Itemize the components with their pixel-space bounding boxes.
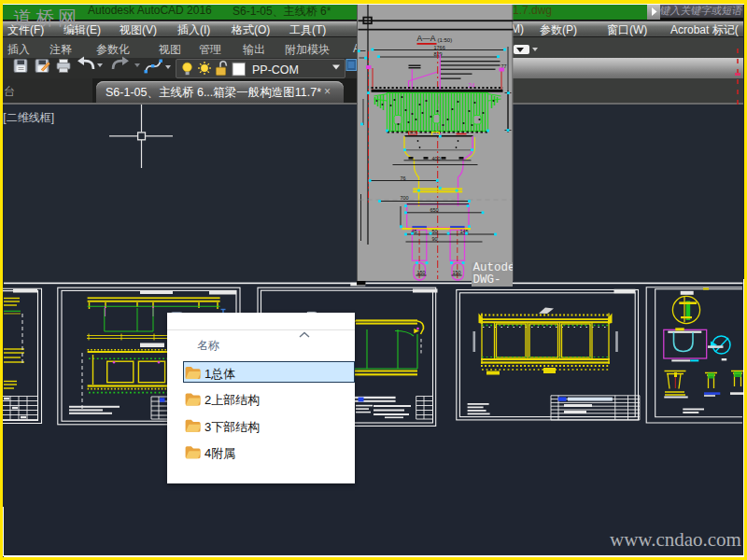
svg-text:650: 650 [430, 207, 438, 213]
svg-text:150: 150 [452, 270, 460, 275]
svg-text:700: 700 [400, 195, 408, 201]
svg-text:90: 90 [431, 236, 437, 242]
svg-text:400: 400 [431, 156, 440, 161]
svg-text:1766: 1766 [433, 45, 444, 50]
svg-text:76: 76 [400, 175, 405, 181]
svg-text:(1:50): (1:50) [437, 37, 452, 43]
svg-text:A—A: A—A [416, 34, 435, 43]
svg-text:150: 150 [416, 270, 425, 275]
svg-text:50: 50 [431, 229, 437, 234]
